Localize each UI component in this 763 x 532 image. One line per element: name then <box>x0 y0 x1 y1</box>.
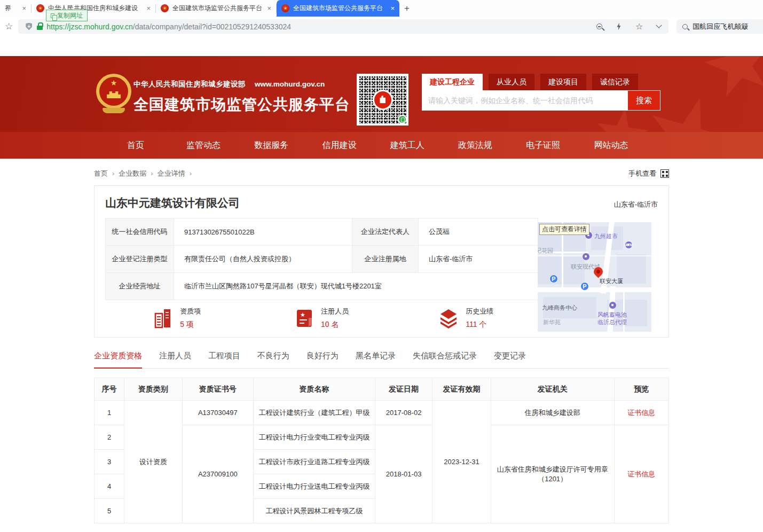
bookmark-star-icon[interactable] <box>5 21 13 32</box>
breadcrumb: 首页 企业数据 企业详情 手机查看 <box>94 168 669 179</box>
col-header: 序号 <box>95 378 124 401</box>
detail-tabs: 企业资质资格 注册人员 工程项目 不良行为 良好行为 黑名单记录 失信联合惩戒记… <box>94 351 669 369</box>
search-tab-personnel[interactable]: 从业人员 <box>489 74 534 90</box>
browser-chrome: 界 中华人民共和国住房和城乡建设 全国建筑市场监管公共服务平台 全国建筑市场监管… <box>0 0 763 36</box>
ministry-title: 中华人民共和国住房和城乡建设部www.mohurd.gov.cn <box>133 80 350 89</box>
site-favicon <box>161 4 169 12</box>
cell-valid-until: 2023-12-31 <box>432 401 491 523</box>
stat-label: 资质项 <box>180 307 201 316</box>
search-tab-credit[interactable]: 诚信记录 <box>592 74 638 90</box>
tab-strip: 界 中华人民共和国住房和城乡建设 全国建筑市场监管公共服务平台 全国建筑市场监管… <box>0 0 763 17</box>
cell-qual-name: 工程设计电力行业送电工程专业丙级 <box>254 474 375 499</box>
shield-icon[interactable] <box>26 23 32 30</box>
col-header: 发证机关 <box>491 378 614 401</box>
qualification-table: 序号 资质类别 资质证书号 资质名称 发证日期 发证有效期 发证机关 预览 1 … <box>94 378 669 523</box>
company-name: 山东中元建筑设计有限公司 <box>105 195 240 210</box>
table-header-row: 序号 资质类别 资质证书号 资质名称 发证日期 发证有效期 发证机关 预览 <box>95 378 669 401</box>
certificate-info-link[interactable]: 证书信息 <box>627 409 655 417</box>
cell-authority: 住房和城乡建设部 <box>491 401 614 425</box>
location-map[interactable]: 九州超市 ATM 记花园 联安现代城 联安大厦 P P 九峰商务中心 风帆蓄电池… <box>538 222 651 332</box>
nav-credit-building[interactable]: 信用建设 <box>305 132 373 159</box>
ministry-url: www.mohurd.gov.cn <box>255 80 325 88</box>
address-bar[interactable]: https://jzsc.mohurd.gov.cn/data/company/… <box>18 19 668 34</box>
tab-projects[interactable]: 工程项目 <box>208 351 240 368</box>
site-title: 全国建筑市场监管公共服务平台 <box>133 95 350 115</box>
map-label: 临沂总代理 <box>597 318 627 326</box>
mobile-view-label[interactable]: 手机查看 <box>628 169 656 178</box>
tab-blacklist[interactable]: 黑名单记录 <box>356 351 396 368</box>
field-value: 临沂市兰山区陶然路107号星河晶都（联安）现代城1号楼2201室 <box>174 273 538 300</box>
keyword-search-input[interactable] <box>422 90 627 111</box>
parking-icon: P <box>580 282 589 291</box>
nav-construction-workers[interactable]: 建筑工人 <box>373 132 441 159</box>
nav-site-news[interactable]: 网站动态 <box>577 132 645 159</box>
quick-search-box[interactable]: 国航回应飞机颠簸 <box>677 19 763 34</box>
nav-policy[interactable]: 政策法规 <box>441 132 509 159</box>
tab-change-record[interactable]: 变更记录 <box>494 351 526 368</box>
lock-icon <box>37 26 43 30</box>
new-tab-button[interactable] <box>399 0 414 17</box>
company-stats: 资质项5 项 ★ 注册人员10 名 历史业绩111 个 <box>105 307 538 330</box>
tab-close-icon[interactable] <box>146 4 151 12</box>
cell-preview: 证书信息 <box>614 425 668 523</box>
page-top-gap <box>0 36 763 56</box>
tab-registered-personnel[interactable]: 注册人员 <box>159 351 191 368</box>
cell-cert-no: A237009100 <box>182 425 253 523</box>
tab-close-icon[interactable] <box>390 4 395 12</box>
nav-e-license[interactable]: 电子证照 <box>509 132 577 159</box>
col-header: 预览 <box>614 378 668 401</box>
cell-no: 4 <box>95 474 124 499</box>
tab-bad-behavior[interactable]: 不良行为 <box>257 351 289 368</box>
cell-qual-name: 工程设计电力行业变电工程专业丙级 <box>254 425 375 450</box>
cell-no: 3 <box>95 450 124 474</box>
nav-data-service[interactable]: 数据服务 <box>238 132 305 159</box>
browser-tab-2[interactable]: 全国建筑市场监管公共服务平台 <box>156 0 276 17</box>
chevron-down-icon[interactable] <box>656 22 662 28</box>
tab-enterprise-qualification[interactable]: 企业资质资格 <box>94 351 142 369</box>
search-button[interactable]: 搜索 <box>627 90 660 111</box>
tab-close-icon[interactable] <box>267 4 271 12</box>
table-row: 统一社会信用代码 91371302675501022B 企业法定代表人 公茂福 <box>106 218 538 246</box>
map-label: 九州超市 <box>594 232 618 240</box>
tab-good-behavior[interactable]: 良好行为 <box>306 351 339 368</box>
breadcrumb-home[interactable]: 首页 <box>94 169 119 178</box>
nav-supervision-news[interactable]: 监管动态 <box>169 132 237 159</box>
stat-label: 注册人员 <box>321 307 349 316</box>
field-value: 有限责任公司（自然人投资或控股） <box>174 246 352 273</box>
browser-tab-0[interactable]: 界 <box>0 0 31 17</box>
map-label: 新华苑 <box>543 318 561 326</box>
stat-registered-personnel: ★ 注册人员10 名 <box>249 307 394 330</box>
cell-qual-name: 工程设计建筑行业（建筑工程）甲级 <box>254 401 375 425</box>
nav-home[interactable]: 首页 <box>101 132 169 159</box>
search-tab-enterprise[interactable]: 建设工程企业 <box>422 74 483 90</box>
company-card: 山东中元建筑设计有限公司 山东省-临沂市 统一社会信用代码 9137130267… <box>94 185 669 338</box>
map-poi-icon <box>582 253 590 261</box>
col-header: 发证有效期 <box>432 378 491 401</box>
breadcrumb-enterprise-data[interactable]: 企业数据 <box>119 169 157 178</box>
tab-dishonesty[interactable]: 失信联合惩戒记录 <box>413 351 477 368</box>
map-tooltip: 点击可查看详情 <box>539 224 589 235</box>
site-header: 中华人民共和国住房和城乡建设部www.mohurd.gov.cn 全国建筑市场监… <box>0 56 763 132</box>
qr-code <box>357 74 408 126</box>
page-content: 首页 企业数据 企业详情 手机查看 山东中元建筑设计有限公司 山东省-临沂市 统… <box>94 168 669 523</box>
field-value: 公茂福 <box>419 218 538 246</box>
cell-issue-date: 2017-08-02 <box>375 401 432 425</box>
browser-tab-active[interactable]: 全国建筑市场监管公共服务平台 <box>277 0 399 17</box>
copy-url-tooltip[interactable]: 复制网址 <box>46 10 88 21</box>
field-label: 企业登记注册类型 <box>106 246 174 273</box>
zoom-out-icon[interactable] <box>596 24 602 29</box>
flash-icon[interactable] <box>616 23 622 30</box>
map-road <box>538 287 651 292</box>
favorite-star-icon[interactable] <box>635 22 643 31</box>
certificate-info-link[interactable]: 证书信息 <box>627 470 655 478</box>
col-header: 发证日期 <box>375 378 432 401</box>
field-label: 企业注册属地 <box>352 246 419 273</box>
breadcrumb-enterprise-detail[interactable]: 企业详情 <box>158 169 196 178</box>
search-tab-project[interactable]: 建设项目 <box>540 74 586 90</box>
qr-code-icon[interactable] <box>660 169 669 178</box>
col-header: 资质类别 <box>124 378 182 401</box>
parking-icon: P <box>549 275 558 283</box>
page-url: https://jzsc.mohurd.gov.cn/data/company/… <box>46 22 291 31</box>
table-row: 企业登记注册类型 有限责任公司（自然人投资或控股） 企业注册属地 山东省-临沂市 <box>106 246 538 273</box>
tab-close-icon[interactable] <box>22 4 26 12</box>
